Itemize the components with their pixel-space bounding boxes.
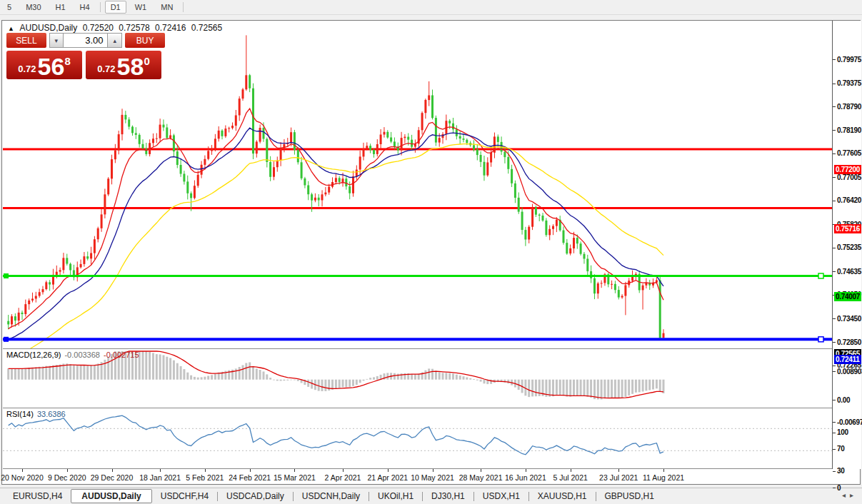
macd-histogram-bar xyxy=(156,354,158,380)
line-handle[interactable] xyxy=(4,337,9,342)
date-tick xyxy=(618,469,619,472)
candle-body xyxy=(503,152,506,158)
macd-histogram-bar xyxy=(52,366,54,380)
date-axis[interactable]: 20 Nov 20209 Dec 202029 Dec 202018 Jan 2… xyxy=(3,469,832,484)
line-handle[interactable] xyxy=(818,273,823,278)
chart-tab-gbpusd-h1[interactable]: GBPUSD,H1 xyxy=(596,490,663,503)
candle-body xyxy=(521,212,523,230)
macd-histogram-bar xyxy=(628,380,630,395)
macd-histogram-bar xyxy=(431,369,433,380)
line-handle[interactable] xyxy=(4,273,9,278)
toolbar-separator xyxy=(183,2,184,12)
macd-histogram-bar xyxy=(249,363,251,380)
date-tick xyxy=(22,469,23,472)
chart-symbol-header: ▲ AUDUSD,Daily 0.72520 0.72578 0.72416 0… xyxy=(8,23,225,33)
buy-button[interactable]: BUY xyxy=(125,33,165,48)
axis-tick-mark xyxy=(833,342,836,343)
timeframe-button-D1[interactable]: D1 xyxy=(105,1,126,14)
sell-button[interactable]: SELL xyxy=(6,33,46,48)
candle-body xyxy=(231,126,234,128)
axis-tick-mark xyxy=(833,106,836,107)
price-axis[interactable]: 0.799750.793750.787900.781900.776050.770… xyxy=(832,21,861,469)
macd-histogram-bar xyxy=(445,373,447,379)
candle-body xyxy=(35,296,37,299)
chart-tab-dj30-h1[interactable]: DJ30,H1 xyxy=(423,490,473,503)
macd-histogram-bar xyxy=(463,376,465,380)
volume-increase-button[interactable]: ▴ xyxy=(108,33,122,48)
macd-histogram-bar xyxy=(45,366,47,380)
macd-histogram-bar xyxy=(366,379,368,380)
timeframe-button-5[interactable]: 5 xyxy=(1,1,17,14)
candle-body xyxy=(156,138,158,139)
candle-body xyxy=(256,142,258,154)
macd-histogram-bar xyxy=(342,380,344,388)
volume-input[interactable]: 3.00 xyxy=(64,33,109,48)
collapse-trade-panel-icon[interactable]: ▲ xyxy=(8,25,14,32)
macd-histogram-bar xyxy=(563,380,565,396)
macd-histogram-bar xyxy=(145,351,147,380)
chart-tab-ukoil-h1[interactable]: UKOil,H1 xyxy=(369,490,422,503)
candle-body xyxy=(538,215,541,216)
timeframe-button-W1[interactable]: W1 xyxy=(129,1,153,14)
volume-decrease-button[interactable]: ▾ xyxy=(49,33,64,48)
chart-tab-usdcad-daily[interactable]: USDCAD,Daily xyxy=(218,490,293,503)
timeframe-button-M30[interactable]: M30 xyxy=(20,1,46,14)
tab-scroll-right-icon[interactable]: ▸ xyxy=(850,491,858,499)
macd-histogram-bar xyxy=(349,380,351,388)
candle-body xyxy=(269,162,271,177)
macd-histogram-bar xyxy=(280,380,282,381)
candle-body xyxy=(94,239,96,253)
candle-body xyxy=(463,138,465,140)
candle-body xyxy=(11,316,13,324)
macd-histogram-bar xyxy=(273,380,275,380)
candle-body xyxy=(204,159,206,165)
candle-body xyxy=(124,115,126,120)
timeframe-button-MN[interactable]: MN xyxy=(155,1,179,14)
fast-ma-line xyxy=(9,109,663,329)
chart-tab-usdx-h1[interactable]: USDX,H1 xyxy=(474,490,528,503)
candle-body xyxy=(111,159,113,178)
macd-histogram-bar xyxy=(62,363,64,379)
sell-quote-button[interactable]: 0.72 56 8 xyxy=(6,51,82,79)
horizontal-line[interactable] xyxy=(3,338,832,341)
candle-body xyxy=(586,259,588,272)
macd-histogram-bar xyxy=(263,371,265,379)
chart-tab-usdcnh-daily[interactable]: USDCNH,Daily xyxy=(294,490,369,503)
macd-histogram-bar xyxy=(642,380,644,392)
horizontal-line[interactable] xyxy=(3,207,832,209)
buy-quote-button[interactable]: 0.72 58 0 xyxy=(86,51,161,79)
candle-body xyxy=(590,271,592,278)
candle-body xyxy=(580,243,582,254)
date-tick xyxy=(294,469,295,472)
timeframe-button-H1[interactable]: H1 xyxy=(50,1,71,14)
macd-histogram-bar xyxy=(339,380,341,388)
horizontal-line[interactable] xyxy=(3,275,832,277)
macd-histogram-bar xyxy=(580,380,582,396)
macd-histogram-bar xyxy=(552,380,554,397)
tab-scroll-left-icon[interactable]: ◂ xyxy=(842,491,850,499)
macd-histogram-bar xyxy=(197,378,199,380)
line-handle[interactable] xyxy=(818,337,823,342)
macd-histogram-bar xyxy=(597,380,599,400)
candle-body xyxy=(311,194,313,201)
chart-tab-xauusd-h1[interactable]: XAUUSD,H1 xyxy=(529,490,596,503)
macd-histogram-bar xyxy=(163,356,165,380)
macd-histogram-bar xyxy=(452,373,454,379)
macd-histogram-bar xyxy=(573,380,575,396)
macd-histogram-bar xyxy=(321,380,324,391)
candle-body xyxy=(197,175,199,186)
chart-tab-usdchf-h4[interactable]: USDCHF,H4 xyxy=(152,490,217,503)
candle-body xyxy=(528,227,530,240)
rsi-pane[interactable] xyxy=(3,409,832,468)
macd-histogram-bar xyxy=(438,372,441,380)
chart-tab-eurusd-h4[interactable]: EURUSD,H4 xyxy=(4,490,71,503)
axis-tick-label: 0.73450 xyxy=(837,315,861,323)
macd-histogram-bar xyxy=(621,380,623,398)
timeframe-button-H4[interactable]: H4 xyxy=(74,1,96,14)
macd-histogram-bar xyxy=(607,380,609,398)
macd-histogram-bar xyxy=(169,358,171,380)
chart-tab-audusd-daily[interactable]: AUDUSD,Daily xyxy=(71,489,151,503)
macd-main-value: -0.003368 xyxy=(64,351,100,359)
candle-body xyxy=(618,290,620,298)
candle-body xyxy=(407,137,409,140)
